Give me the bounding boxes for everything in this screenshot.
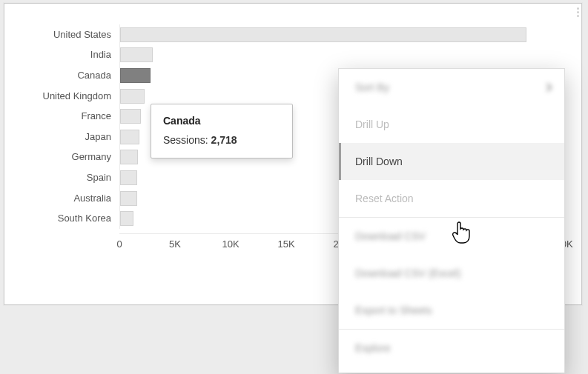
chart-bar[interactable] <box>120 170 137 185</box>
tooltip-title: Canada <box>163 115 280 127</box>
tooltip-row: Sessions: 2,718 <box>163 134 280 146</box>
y-axis-category-label: Germany <box>72 150 111 164</box>
y-axis-category-label: India <box>90 47 111 62</box>
menu-item-label: Download CSV (Excel) <box>355 267 460 279</box>
x-axis-tick-label: 15K <box>277 238 294 250</box>
chart-bar[interactable] <box>120 211 133 226</box>
menu-item-explore[interactable]: Explore <box>339 330 564 367</box>
context-menu: Sort ByDrill UpDrill DownReset ActionDow… <box>338 68 565 373</box>
menu-item-label: Drill Down <box>355 156 403 167</box>
chart-bar[interactable] <box>120 68 151 83</box>
chart-tooltip: Canada Sessions: 2,718 <box>151 104 293 158</box>
y-axis-category-label: Japan <box>85 130 111 144</box>
chart-bar[interactable] <box>120 191 137 206</box>
chevron-right-icon <box>546 83 552 92</box>
y-axis-category-label: United States <box>53 27 111 42</box>
tooltip-value: 2,718 <box>211 134 237 146</box>
y-axis-category-label: Australia <box>73 191 111 206</box>
menu-item-label: Download CSV <box>355 230 426 242</box>
x-axis-tick-label: 0 <box>116 238 122 250</box>
menu-item-label: Reset Action <box>355 193 414 204</box>
chart-bar[interactable] <box>120 109 141 124</box>
menu-item-label: Drill Up <box>355 118 389 130</box>
x-axis-tick-label: 10K <box>222 238 239 250</box>
chart-bar[interactable] <box>120 150 138 164</box>
menu-item-label: Export to Sheets <box>355 304 432 316</box>
menu-item-drill-down[interactable]: Drill Down <box>339 143 564 180</box>
y-axis-category-label: Spain <box>87 170 111 185</box>
menu-item-drill-up: Drill Up <box>339 106 564 143</box>
chart-bar[interactable] <box>120 27 526 42</box>
menu-item-export-to-sheets[interactable]: Export to Sheets <box>339 292 564 329</box>
menu-item-reset-action: Reset Action <box>339 180 564 217</box>
chart-bar[interactable] <box>120 47 153 62</box>
menu-item-label: Sort By <box>355 81 389 93</box>
y-axis-labels: United StatesIndiaCanadaUnited KingdomFr… <box>4 24 117 258</box>
menu-item-label: Explore <box>355 342 390 354</box>
y-axis-category-label: Canada <box>77 68 111 83</box>
chart-bar[interactable] <box>120 130 139 144</box>
menu-item-sort-by[interactable]: Sort By <box>339 69 564 106</box>
chart-bar[interactable] <box>120 89 145 104</box>
menu-item-download-csv[interactable]: Download CSV <box>339 218 564 255</box>
tooltip-metric-label: Sessions: <box>163 134 208 146</box>
more-options-button[interactable] <box>571 5 584 19</box>
y-axis-category-label: France <box>82 109 111 124</box>
x-axis-tick-label: 5K <box>169 238 181 250</box>
y-axis-category-label: South Korea <box>58 211 111 226</box>
y-axis-category-label: United Kingdom <box>43 89 112 104</box>
menu-item-download-csv-excel[interactable]: Download CSV (Excel) <box>339 255 564 292</box>
